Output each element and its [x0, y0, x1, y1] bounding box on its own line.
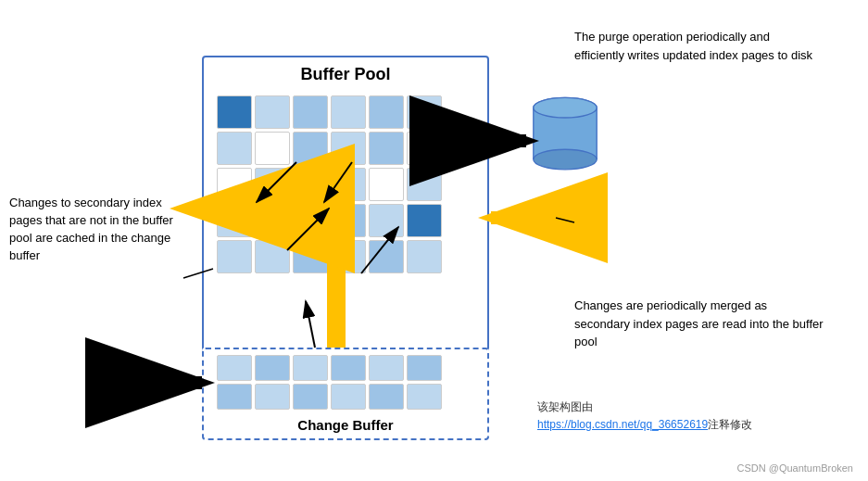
- change-buffer-box: Change Buffer: [202, 348, 489, 440]
- buffer-pool-tile: [293, 132, 328, 165]
- buffer-pool-tile: [369, 95, 404, 129]
- buffer-pool-tile: [293, 204, 328, 237]
- database-icon: [528, 93, 602, 176]
- svg-point-5: [534, 97, 597, 118]
- buffer-pool-tile: [255, 204, 290, 237]
- watermark: CSDN @QuantumBroken: [737, 462, 854, 474]
- buffer-pool-tile: [331, 95, 366, 129]
- buffer-pool-box: Buffer Pool: [202, 56, 489, 389]
- buffer-pool-tile: [331, 132, 366, 165]
- svg-line-20: [556, 218, 574, 222]
- change-buffer-tile: [331, 355, 366, 381]
- change-buffer-tile: [407, 355, 442, 381]
- change-buffer-tile: [293, 384, 328, 410]
- change-buffer-tile: [255, 355, 290, 381]
- buffer-pool-tile: [331, 240, 366, 273]
- buffer-pool-tile: [293, 168, 328, 201]
- buffer-pool-tile: [293, 95, 328, 129]
- buffer-pool-tile: [369, 204, 404, 237]
- buffer-pool-tile: [369, 168, 404, 201]
- buffer-pool-tile: [217, 204, 252, 237]
- buffer-pool-tile: [255, 95, 290, 129]
- label-note: 该架构图由 https://blog.csdn.net/qq_36652619注…: [537, 399, 752, 434]
- label-left: Changes to secondary index pages that ar…: [9, 195, 181, 264]
- change-buffer-grid: [204, 349, 487, 415]
- buffer-pool-tile: [217, 132, 252, 165]
- buffer-pool-tile: [407, 168, 442, 201]
- change-buffer-tile: [331, 384, 366, 410]
- buffer-pool-tile: [369, 132, 404, 165]
- change-buffer-tile: [255, 384, 290, 410]
- change-buffer-tile: [369, 384, 404, 410]
- buffer-pool-tile: [331, 168, 366, 201]
- change-buffer-tile: [407, 384, 442, 410]
- change-buffer-tile: [217, 355, 252, 381]
- buffer-pool-tile: [255, 132, 290, 165]
- buffer-pool-tile: [407, 132, 442, 165]
- label-top-right: The purge operation periodically and eff…: [574, 28, 815, 64]
- change-buffer-tile: [369, 355, 404, 381]
- change-buffer-title: Change Buffer: [204, 417, 487, 433]
- buffer-pool-tile: [407, 204, 442, 237]
- change-buffer-tile: [217, 384, 252, 410]
- buffer-pool-tile: [217, 168, 252, 201]
- buffer-pool-tile: [255, 240, 290, 273]
- buffer-pool-grid: [204, 90, 487, 279]
- buffer-pool-tile: [255, 168, 290, 201]
- label-bottom-right: Changes are periodically merged as secon…: [574, 297, 824, 351]
- note-link[interactable]: https://blog.csdn.net/qq_36652619: [537, 418, 708, 431]
- buffer-pool-tile: [407, 95, 442, 129]
- svg-point-2: [534, 149, 597, 170]
- buffer-pool-tile: [217, 95, 252, 129]
- buffer-pool-tile: [293, 240, 328, 273]
- main-container: Buffer Pool Change Buffer Changes to sec…: [0, 0, 868, 481]
- buffer-pool-title: Buffer Pool: [204, 65, 487, 84]
- buffer-pool-tile: [369, 240, 404, 273]
- buffer-pool-tile: [407, 240, 442, 273]
- change-buffer-tile: [293, 355, 328, 381]
- buffer-pool-tile: [331, 204, 366, 237]
- buffer-pool-tile: [217, 240, 252, 273]
